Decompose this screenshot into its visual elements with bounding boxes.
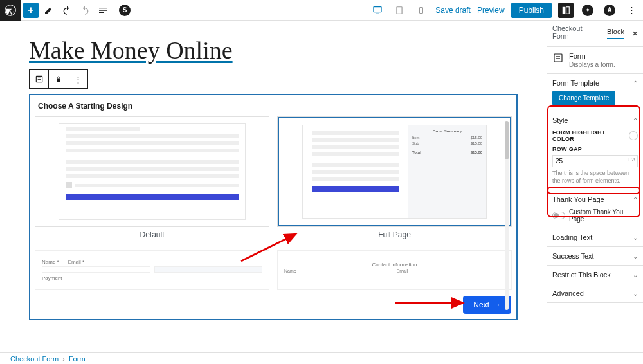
panel-form-template[interactable]: Form Template [552, 79, 599, 87]
design-option-compact-1[interactable]: Name *Email * Payment [35, 251, 269, 289]
panel-advanced[interactable]: Advanced⌄ [547, 284, 643, 303]
chevron-down-icon: ⌄ [633, 290, 638, 297]
chevron-right-icon: › [62, 355, 65, 363]
block-more-icon[interactable]: ⋮ [68, 70, 87, 88]
studiocart-icon[interactable]: S [117, 3, 132, 18]
block-type-icon[interactable] [30, 70, 49, 88]
row-gap-input[interactable] [552, 155, 638, 167]
wordpress-logo[interactable] [0, 0, 21, 21]
page-title[interactable]: Make Money Online [29, 36, 518, 64]
chevron-down-icon: ⌄ [633, 253, 638, 260]
tab-block[interactable]: Block [607, 28, 624, 39]
more-menu-icon[interactable]: ⋮ [624, 3, 639, 18]
block-description: Displays a form. [569, 61, 615, 68]
svg-rect-10 [554, 54, 562, 62]
design-label-default: Default [35, 230, 269, 239]
chevron-up-icon: ⌃ [633, 196, 638, 203]
redo-icon[interactable] [77, 3, 93, 18]
block-name: Form [569, 52, 615, 60]
svg-rect-1 [374, 6, 381, 12]
chevron-up-icon: ⌃ [633, 80, 638, 87]
edit-icon[interactable] [41, 3, 57, 18]
highlight-color-label: FORM HIGHLIGHT COLOR [552, 129, 629, 142]
highlight-color-swatch[interactable] [629, 131, 638, 140]
close-sidebar-icon[interactable]: ✕ [632, 30, 638, 38]
svg-rect-6 [36, 76, 42, 82]
chevron-down-icon: ⌄ [633, 234, 638, 241]
row-gap-label: ROW GAP [552, 146, 638, 152]
list-view-icon[interactable] [95, 3, 111, 18]
svg-rect-5 [566, 6, 570, 14]
preview-link[interactable]: Preview [477, 6, 505, 15]
breadcrumb-parent[interactable]: Checkout Form [10, 355, 59, 363]
design-label-full-page: Full Page [278, 230, 511, 239]
custom-thank-you-toggle[interactable] [552, 212, 565, 219]
design-option-full-page[interactable]: Order Summary Item$15.00 Sub$15.00 Total… [278, 117, 511, 226]
panel-success-text[interactable]: Success Text⌄ [547, 247, 643, 266]
mobile-preview-icon[interactable] [413, 3, 429, 18]
panel-style[interactable]: Style [552, 116, 568, 124]
tab-checkout-form[interactable]: Checkout Form [552, 24, 599, 42]
svg-rect-2 [397, 6, 402, 14]
choose-design-heading: Choose A Starting Design [35, 100, 511, 117]
desktop-preview-icon[interactable] [370, 3, 385, 18]
custom-thank-you-label: Custom Thank You Page [569, 208, 638, 223]
options-icon[interactable]: A [602, 3, 617, 18]
save-draft-link[interactable]: Save draft [435, 6, 471, 15]
svg-rect-7 [57, 79, 60, 82]
breadcrumb-current[interactable]: Form [69, 355, 86, 363]
design-option-compact-2[interactable]: Contact Information NameEmail [278, 251, 511, 289]
row-gap-unit: PX [628, 156, 635, 162]
form-block-icon [552, 52, 564, 65]
tablet-preview-icon[interactable] [392, 3, 407, 18]
svg-rect-4 [563, 6, 566, 14]
row-gap-help: The this is the space between the rows o… [552, 170, 638, 185]
settings-sidebar-toggle[interactable] [558, 3, 574, 18]
scrollbar-track [505, 121, 509, 310]
svg-rect-3 [420, 7, 423, 13]
astra-icon[interactable]: ✦ [580, 3, 595, 18]
chevron-down-icon: ⌄ [633, 271, 638, 278]
add-block-button[interactable]: + [23, 3, 39, 18]
breadcrumb: Checkout Form › Form [0, 352, 643, 364]
scrollbar-thumb[interactable] [505, 121, 509, 159]
next-button[interactable]: Next→ [463, 296, 511, 314]
panel-loading-text[interactable]: Loading Text⌄ [547, 228, 643, 247]
undo-icon[interactable] [59, 3, 75, 18]
block-toolbar: ⋮ [29, 69, 88, 89]
publish-button[interactable]: Publish [511, 3, 552, 18]
lock-icon[interactable] [49, 70, 68, 88]
form-block-selection: Choose A Starting Design [29, 94, 518, 320]
panel-restrict-block[interactable]: Restrict This Block⌄ [547, 266, 643, 284]
change-template-button[interactable]: Change Template [552, 91, 615, 105]
design-option-default[interactable] [35, 117, 269, 226]
chevron-up-icon: ⌃ [633, 117, 638, 124]
settings-sidebar: Checkout Form Block ✕ Form Displays a fo… [547, 21, 643, 352]
arrow-right-icon: → [493, 300, 501, 309]
panel-thank-you[interactable]: Thank You Page [552, 196, 604, 203]
